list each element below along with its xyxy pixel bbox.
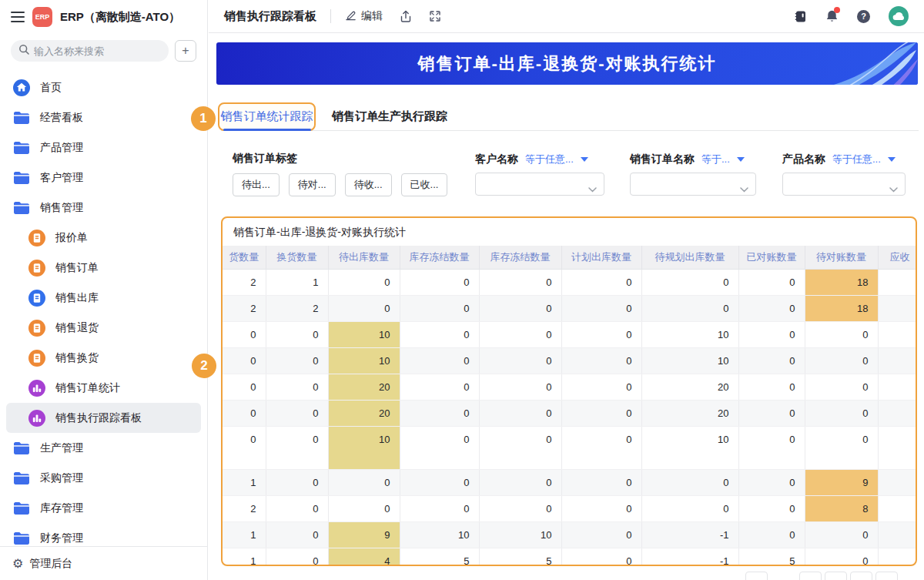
sidebar-item-label: 销售管理	[40, 201, 83, 215]
tag-button[interactable]: 待出...	[233, 173, 280, 196]
pagination-button[interactable]	[850, 572, 872, 580]
search-input[interactable]	[34, 45, 161, 57]
table-cell: 0	[223, 321, 266, 347]
table-cell: 0	[400, 269, 479, 295]
table-cell: 20	[641, 400, 738, 426]
sidebar-item[interactable]: 客户管理	[6, 163, 201, 193]
table-cell: 9	[805, 469, 878, 495]
sidebar-item[interactable]: 销售管理	[6, 193, 201, 223]
document-icon	[28, 320, 46, 337]
table-cell: 10	[400, 521, 479, 548]
column-header: 库存冻结数量	[400, 246, 479, 269]
filter-label: 客户名称	[475, 153, 518, 166]
app-title: ERP（离散制造-ATO）	[60, 10, 180, 25]
caret-down-icon[interactable]	[888, 157, 896, 162]
sidebar-item[interactable]: 库存管理	[6, 493, 201, 523]
filter-operator[interactable]: 等于任意...	[832, 153, 881, 166]
folder-icon	[12, 112, 31, 124]
tab-production-tracking[interactable]: 销售订单生产执行跟踪	[332, 102, 447, 131]
caret-down-icon[interactable]	[737, 157, 745, 162]
table-row: 10910100-100	[223, 521, 917, 548]
table-cell: 1	[223, 469, 266, 495]
table-cell: 10	[328, 321, 400, 347]
tag-button[interactable]: 待收...	[345, 173, 392, 196]
table-cell	[878, 374, 917, 400]
sidebar-item[interactable]: 产品管理	[6, 132, 201, 163]
table-row: 2200000018	[223, 295, 917, 321]
table-row: 2100000018	[223, 269, 917, 295]
product-select[interactable]	[782, 173, 906, 196]
table-cell: 10	[479, 521, 561, 548]
sidebar-item[interactable]: 报价单	[6, 223, 201, 253]
add-button[interactable]: +	[175, 40, 196, 62]
table-cell: 0	[479, 469, 561, 495]
filter-label: 销售订单名称	[630, 153, 695, 166]
edit-button[interactable]: 编辑	[345, 9, 383, 23]
sidebar-item[interactable]: 销售出库	[6, 283, 201, 313]
filter-operator[interactable]: 等于...	[701, 153, 730, 166]
caret-down-icon[interactable]	[581, 157, 588, 162]
table-cell: 0	[738, 295, 805, 321]
tag-button[interactable]: 待对...	[289, 173, 336, 196]
table-cell: 8	[805, 495, 878, 521]
banner-title: 销售订单-出库-退换货-对账执行统计	[418, 52, 717, 75]
table-cell: 0	[479, 495, 561, 521]
table-cell: 2	[223, 269, 266, 295]
table-cell: 0	[223, 426, 266, 469]
table-cell: 0	[738, 321, 805, 347]
table-cell: 0	[400, 469, 479, 495]
sidebar-item-admin[interactable]: ⚙ 管理后台	[0, 546, 207, 580]
banner: 销售订单-出库-退换货-对账执行统计	[216, 42, 918, 85]
table-cell: 10	[641, 347, 738, 374]
column-header: 计划出库数量	[561, 246, 641, 269]
sidebar-item[interactable]: 销售退货	[6, 313, 201, 343]
table-cell: 20	[641, 374, 738, 400]
sidebar-item[interactable]: 生产管理	[6, 433, 201, 463]
chevron-down-icon	[740, 182, 748, 196]
stats-table: 货数量换货数量待出库数量库存冻结数量库存冻结数量计划出库数量待规划出库数量已对账…	[223, 246, 917, 566]
sidebar-item[interactable]: 经营看板	[6, 102, 201, 132]
table-cell: 4	[328, 548, 400, 566]
sidebar-nav: 首页经营看板产品管理客户管理销售管理报价单销售订单销售出库销售退货销售换货销售订…	[0, 71, 207, 546]
sidebar-item[interactable]: 首页	[6, 72, 201, 102]
pagination-button[interactable]	[875, 572, 898, 580]
pagination-button[interactable]	[799, 572, 822, 580]
tag-button[interactable]: 已收...	[401, 173, 448, 196]
sidebar-item[interactable]: 财务管理	[6, 523, 201, 546]
search-box[interactable]	[11, 40, 169, 62]
table-cell: 10	[641, 321, 738, 347]
sidebar-item-label: 销售换货	[55, 351, 99, 365]
hamburger-icon[interactable]	[11, 12, 25, 22]
sidebar-item[interactable]: 销售换货	[6, 343, 201, 373]
table-row: 00100001000	[223, 321, 917, 347]
filter-operator[interactable]: 等于任意...	[525, 153, 574, 166]
column-header: 待对账数量	[805, 246, 878, 269]
pagination-button[interactable]	[745, 572, 768, 580]
table-cell: 0	[266, 521, 328, 548]
fullscreen-icon[interactable]	[429, 10, 441, 22]
table-cell: 0	[561, 469, 641, 495]
customer-select[interactable]	[475, 173, 604, 196]
sidebar-item[interactable]: 销售订单	[6, 253, 201, 283]
share-icon[interactable]	[400, 10, 412, 23]
sales-order-select[interactable]	[630, 173, 756, 196]
avatar[interactable]	[889, 6, 909, 26]
table-cell: 0	[641, 469, 738, 495]
bell-icon[interactable]	[825, 9, 839, 23]
table-row: 100000009	[223, 469, 917, 495]
notebook-icon[interactable]	[794, 10, 807, 23]
help-icon[interactable]: ?	[857, 10, 870, 23]
folder-icon	[12, 202, 31, 214]
pagination-button[interactable]	[825, 572, 847, 580]
folder-icon	[12, 472, 31, 484]
sidebar-item[interactable]: 采购管理	[6, 463, 201, 493]
tab-sales-order-stats[interactable]: 销售订单统计跟踪	[218, 102, 316, 131]
table-cell: 0	[223, 374, 266, 400]
folder-icon	[12, 172, 31, 184]
search-icon	[18, 44, 29, 58]
sidebar-item-label: 产品管理	[40, 141, 83, 155]
sidebar-item[interactable]: 销售订单统计	[6, 373, 201, 403]
table-cell: 0	[328, 469, 400, 495]
sidebar-item[interactable]: 销售执行跟踪看板	[6, 403, 201, 433]
table-cell: -1	[641, 548, 738, 566]
